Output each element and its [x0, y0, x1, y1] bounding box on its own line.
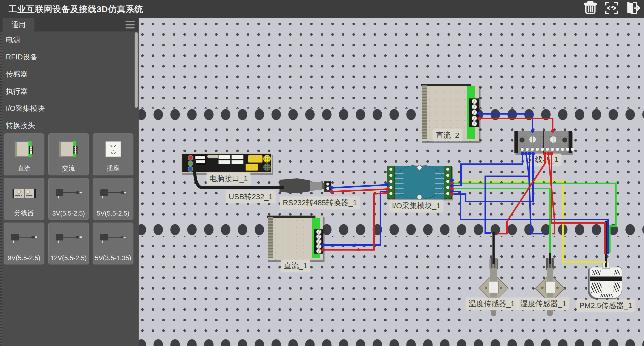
palette-item-12v[interactable]: 12V(5.5-2.5)	[48, 222, 89, 265]
palette-item-5v-small[interactable]: 5V(3.5-1.35)	[93, 222, 134, 265]
delete-button[interactable]	[583, 1, 598, 16]
device-splitter-1[interactable]	[514, 131, 572, 153]
category-item-power[interactable]: 电源	[0, 31, 139, 49]
category-item-actuator[interactable]: 执行器	[0, 83, 139, 100]
palette-item-label: 5V(5.5-2.5)	[93, 210, 133, 217]
palette-item-label: 交流	[48, 164, 89, 173]
category-list: 电源 RFID设备 传感器 执行器 I/O采集模块 转换接头	[0, 31, 139, 134]
sidebar-scrollbar[interactable]	[135, 32, 138, 108]
app-title: 工业互联网设备及接线3D仿真系统	[9, 4, 143, 15]
device-dc-1[interactable]	[267, 216, 323, 260]
palette-item-label: 9V(5.5-2.5)	[4, 254, 44, 262]
power-adapter-icon	[4, 226, 44, 250]
exit-door-icon	[625, 1, 640, 16]
power-adapter-icon	[93, 226, 133, 250]
palette-item-socket[interactable]: 插座	[93, 133, 134, 176]
sidebar-tab-row: 通用	[0, 18, 139, 31]
simulation-app: 工业互联网设备及接线3D仿真系统	[0, 0, 644, 346]
device-label: PM2.5传感器_1	[577, 300, 635, 312]
device-label: 直流_1	[281, 260, 310, 272]
palette-item-label: 3V(5.5-2.5)	[48, 210, 89, 217]
device-label: 电脑接口_1	[207, 173, 250, 185]
toolbar	[583, 1, 640, 16]
pegboard-hole-band	[139, 224, 644, 236]
device-pm25-sensor-1[interactable]	[589, 267, 622, 298]
component-sidebar: 通用 电源 RFID设备 传感器 执行器 I/O采集模块 转换接头	[0, 18, 139, 346]
category-item-sensor[interactable]: 传感器	[0, 66, 139, 83]
palette-item-ac[interactable]: 交流	[48, 133, 89, 176]
device-io-module-1[interactable]	[387, 166, 452, 199]
palette-item-label: 12V(5.5-2.5)	[48, 254, 89, 262]
palette-item-splitter[interactable]: 分线器	[4, 178, 45, 220]
tab-general[interactable]: 通用	[3, 18, 34, 31]
pegboard-hole-band	[139, 339, 644, 346]
pegboard-hole-band	[139, 109, 644, 121]
device-label: USB转232_1	[226, 191, 275, 203]
palette-item-3v[interactable]: 3V(5.5-2.5)	[48, 178, 89, 220]
trash-icon	[584, 1, 597, 16]
device-label: 直流_2	[433, 129, 462, 141]
device-palette: 直流 交流	[4, 133, 135, 265]
title-bar: 工业互联网设备及接线3D仿真系统	[0, 0, 644, 18]
exit-button[interactable]	[625, 1, 640, 16]
power-adapter-icon	[48, 182, 89, 206]
category-item-converter[interactable]: 转换接头	[0, 117, 139, 134]
palette-item-label: 插座	[93, 164, 133, 173]
splitter-icon	[4, 182, 44, 206]
palette-item-label: 直流	[4, 164, 44, 173]
device-usb-rs232-1[interactable]	[279, 178, 332, 193]
palette-item-9v[interactable]: 9V(5.5-2.5)	[4, 222, 45, 265]
device-label: 湿度传感器_1	[518, 298, 569, 310]
palette-item-label: 分线器	[4, 209, 44, 217]
ac-power-supply-icon	[48, 137, 89, 161]
eye-scan-icon	[605, 1, 618, 16]
power-adapter-icon	[48, 226, 89, 250]
category-item-io-module[interactable]: I/O采集模块	[0, 100, 139, 117]
device-label: 分线器_1	[525, 154, 561, 165]
wiring-canvas[interactable]: 直流_2 分线器_1	[139, 18, 644, 346]
power-adapter-icon	[93, 182, 133, 206]
device-label: I/O采集模块_1	[389, 200, 443, 212]
hamburger-menu-icon[interactable]	[126, 21, 135, 28]
device-pc-interface-1[interactable]	[181, 153, 272, 173]
wall-socket-icon	[93, 137, 133, 161]
device-label: 温度传感器_1	[466, 298, 517, 310]
device-label: RS232转485转换器_1	[280, 197, 359, 209]
palette-item-dc[interactable]: 直流	[4, 133, 45, 176]
dc-power-supply-icon	[4, 137, 44, 161]
palette-item-label: 5V(3.5-1.35)	[93, 254, 133, 262]
palette-item-5v[interactable]: 5V(5.5-2.5)	[93, 178, 134, 220]
focus-view-button[interactable]	[604, 1, 619, 16]
category-item-rfid[interactable]: RFID设备	[0, 49, 139, 66]
